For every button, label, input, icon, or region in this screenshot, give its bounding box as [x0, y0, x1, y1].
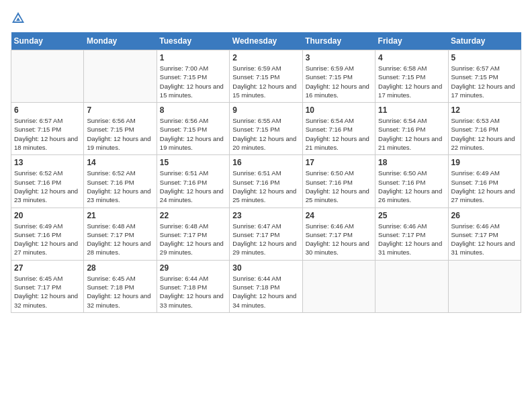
- calendar-cell: 30Sunrise: 6:44 AM Sunset: 7:18 PM Dayli…: [230, 260, 302, 312]
- day-of-week-header: Sunday: [11, 32, 84, 50]
- day-info: Sunrise: 6:45 AM Sunset: 7:18 PM Dayligh…: [87, 274, 153, 310]
- calendar-cell: 15Sunrise: 6:51 AM Sunset: 7:16 PM Dayli…: [157, 155, 229, 208]
- calendar-cell: [302, 260, 375, 312]
- day-number: 8: [160, 105, 226, 115]
- day-of-week-header: Friday: [375, 32, 448, 50]
- day-info: Sunrise: 6:58 AM Sunset: 7:15 PM Dayligh…: [378, 64, 445, 99]
- calendar-cell: [448, 260, 521, 312]
- page-header: [11, 11, 521, 26]
- day-info: Sunrise: 6:44 AM Sunset: 7:18 PM Dayligh…: [232, 274, 299, 310]
- day-number: 12: [451, 105, 518, 115]
- day-info: Sunrise: 6:53 AM Sunset: 7:16 PM Dayligh…: [451, 116, 518, 152]
- calendar-cell: [11, 50, 84, 103]
- day-of-week-header: Tuesday: [157, 32, 229, 50]
- day-info: Sunrise: 6:55 AM Sunset: 7:15 PM Dayligh…: [232, 116, 299, 152]
- calendar-table: SundayMondayTuesdayWednesdayThursdayFrid…: [11, 32, 521, 313]
- day-number: 11: [378, 105, 445, 115]
- day-info: Sunrise: 6:59 AM Sunset: 7:15 PM Dayligh…: [232, 64, 299, 99]
- calendar-cell: 25Sunrise: 6:46 AM Sunset: 7:17 PM Dayli…: [375, 208, 448, 260]
- calendar-cell: 29Sunrise: 6:44 AM Sunset: 7:18 PM Dayli…: [157, 260, 229, 312]
- day-number: 13: [14, 158, 81, 167]
- calendar-cell: 9Sunrise: 6:55 AM Sunset: 7:15 PM Daylig…: [230, 103, 302, 155]
- calendar-cell: 22Sunrise: 6:48 AM Sunset: 7:17 PM Dayli…: [157, 208, 229, 260]
- day-info: Sunrise: 6:46 AM Sunset: 7:17 PM Dayligh…: [306, 222, 372, 257]
- day-number: 25: [378, 211, 445, 220]
- day-info: Sunrise: 6:46 AM Sunset: 7:17 PM Dayligh…: [378, 222, 445, 257]
- calendar-cell: 2Sunrise: 6:59 AM Sunset: 7:15 PM Daylig…: [230, 50, 302, 103]
- day-info: Sunrise: 6:52 AM Sunset: 7:16 PM Dayligh…: [87, 169, 153, 204]
- calendar-cell: 21Sunrise: 6:48 AM Sunset: 7:17 PM Dayli…: [84, 208, 157, 260]
- day-number: 21: [87, 211, 153, 220]
- day-info: Sunrise: 6:49 AM Sunset: 7:16 PM Dayligh…: [451, 169, 518, 204]
- calendar-cell: 13Sunrise: 6:52 AM Sunset: 7:16 PM Dayli…: [11, 155, 84, 208]
- day-number: 26: [451, 211, 518, 220]
- calendar-cell: 24Sunrise: 6:46 AM Sunset: 7:17 PM Dayli…: [302, 208, 375, 260]
- day-info: Sunrise: 6:48 AM Sunset: 7:17 PM Dayligh…: [87, 222, 153, 257]
- day-info: Sunrise: 6:52 AM Sunset: 7:16 PM Dayligh…: [14, 169, 81, 204]
- day-info: Sunrise: 6:54 AM Sunset: 7:16 PM Dayligh…: [306, 116, 372, 152]
- calendar-cell: 4Sunrise: 6:58 AM Sunset: 7:15 PM Daylig…: [375, 50, 448, 103]
- day-number: 17: [306, 158, 372, 167]
- day-number: 14: [87, 158, 153, 167]
- day-number: 16: [232, 158, 299, 167]
- calendar-cell: 10Sunrise: 6:54 AM Sunset: 7:16 PM Dayli…: [302, 103, 375, 155]
- day-info: Sunrise: 6:54 AM Sunset: 7:16 PM Dayligh…: [378, 116, 445, 152]
- calendar-cell: 28Sunrise: 6:45 AM Sunset: 7:18 PM Dayli…: [84, 260, 157, 312]
- day-of-week-header: Thursday: [302, 32, 375, 50]
- calendar-cell: 27Sunrise: 6:45 AM Sunset: 7:17 PM Dayli…: [11, 260, 84, 312]
- day-info: Sunrise: 6:50 AM Sunset: 7:16 PM Dayligh…: [306, 169, 372, 204]
- day-of-week-header: Monday: [84, 32, 157, 50]
- day-number: 5: [451, 53, 518, 62]
- calendar-cell: 19Sunrise: 6:49 AM Sunset: 7:16 PM Dayli…: [448, 155, 521, 208]
- calendar-cell: [375, 260, 448, 312]
- day-number: 3: [306, 53, 372, 62]
- calendar-cell: 3Sunrise: 6:59 AM Sunset: 7:15 PM Daylig…: [302, 50, 375, 103]
- day-info: Sunrise: 6:46 AM Sunset: 7:17 PM Dayligh…: [451, 222, 518, 257]
- day-number: 30: [232, 263, 299, 273]
- calendar-cell: 16Sunrise: 6:51 AM Sunset: 7:16 PM Dayli…: [230, 155, 302, 208]
- calendar-cell: 20Sunrise: 6:49 AM Sunset: 7:16 PM Dayli…: [11, 208, 84, 260]
- day-number: 24: [306, 211, 372, 220]
- logo: [11, 11, 28, 26]
- day-number: 4: [378, 53, 445, 62]
- day-info: Sunrise: 6:59 AM Sunset: 7:15 PM Dayligh…: [306, 64, 372, 99]
- day-info: Sunrise: 6:51 AM Sunset: 7:16 PM Dayligh…: [160, 169, 226, 204]
- day-number: 10: [306, 105, 372, 115]
- calendar-week-row: 1Sunrise: 7:00 AM Sunset: 7:15 PM Daylig…: [11, 50, 521, 103]
- calendar-cell: 26Sunrise: 6:46 AM Sunset: 7:17 PM Dayli…: [448, 208, 521, 260]
- calendar-cell: 5Sunrise: 6:57 AM Sunset: 7:15 PM Daylig…: [448, 50, 521, 103]
- day-info: Sunrise: 6:51 AM Sunset: 7:16 PM Dayligh…: [232, 169, 299, 204]
- day-info: Sunrise: 7:00 AM Sunset: 7:15 PM Dayligh…: [160, 64, 226, 99]
- calendar-week-row: 13Sunrise: 6:52 AM Sunset: 7:16 PM Dayli…: [11, 155, 521, 208]
- calendar-week-row: 20Sunrise: 6:49 AM Sunset: 7:16 PM Dayli…: [11, 208, 521, 260]
- day-number: 18: [378, 158, 445, 167]
- day-number: 29: [160, 263, 226, 273]
- day-of-week-header: Wednesday: [230, 32, 302, 50]
- calendar-cell: 12Sunrise: 6:53 AM Sunset: 7:16 PM Dayli…: [448, 103, 521, 155]
- day-number: 15: [160, 158, 226, 167]
- day-number: 2: [232, 53, 299, 62]
- day-info: Sunrise: 6:56 AM Sunset: 7:15 PM Dayligh…: [160, 116, 226, 152]
- calendar-week-row: 27Sunrise: 6:45 AM Sunset: 7:17 PM Dayli…: [11, 260, 521, 312]
- calendar-cell: 7Sunrise: 6:56 AM Sunset: 7:15 PM Daylig…: [84, 103, 157, 155]
- logo-icon: [11, 11, 26, 26]
- day-info: Sunrise: 6:56 AM Sunset: 7:15 PM Dayligh…: [87, 116, 153, 152]
- day-info: Sunrise: 6:49 AM Sunset: 7:16 PM Dayligh…: [14, 222, 81, 257]
- calendar-cell: 17Sunrise: 6:50 AM Sunset: 7:16 PM Dayli…: [302, 155, 375, 208]
- calendar-cell: 1Sunrise: 7:00 AM Sunset: 7:15 PM Daylig…: [157, 50, 229, 103]
- day-number: 28: [87, 263, 153, 273]
- day-of-week-header: Saturday: [448, 32, 521, 50]
- day-number: 23: [232, 211, 299, 220]
- calendar-cell: 14Sunrise: 6:52 AM Sunset: 7:16 PM Dayli…: [84, 155, 157, 208]
- calendar-cell: [84, 50, 157, 103]
- day-number: 7: [87, 105, 153, 115]
- day-info: Sunrise: 6:57 AM Sunset: 7:15 PM Dayligh…: [14, 116, 81, 152]
- day-info: Sunrise: 6:57 AM Sunset: 7:15 PM Dayligh…: [451, 64, 518, 99]
- day-number: 9: [232, 105, 299, 115]
- calendar-cell: 8Sunrise: 6:56 AM Sunset: 7:15 PM Daylig…: [157, 103, 229, 155]
- calendar-header-row: SundayMondayTuesdayWednesdayThursdayFrid…: [11, 32, 521, 50]
- calendar-week-row: 6Sunrise: 6:57 AM Sunset: 7:15 PM Daylig…: [11, 103, 521, 155]
- day-number: 1: [160, 53, 226, 62]
- day-info: Sunrise: 6:48 AM Sunset: 7:17 PM Dayligh…: [160, 222, 226, 257]
- calendar-cell: 18Sunrise: 6:50 AM Sunset: 7:16 PM Dayli…: [375, 155, 448, 208]
